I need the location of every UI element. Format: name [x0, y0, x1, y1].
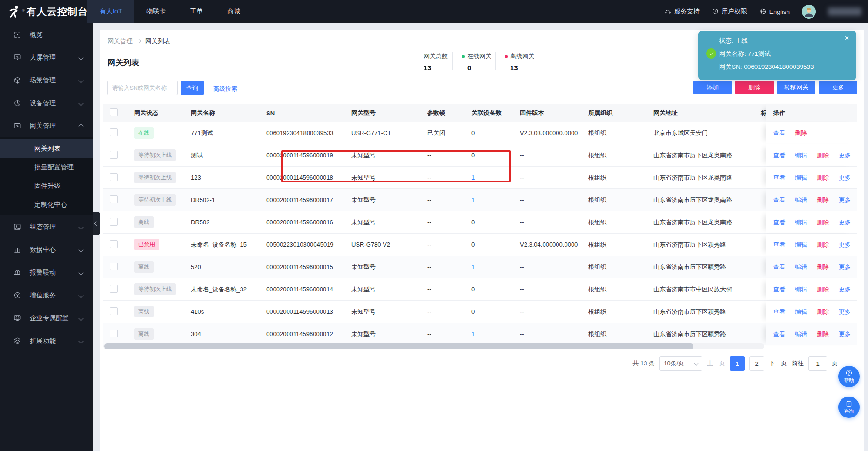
- top-tab-4[interactable]: 商城: [215, 0, 252, 23]
- op-delete-link[interactable]: 删除: [817, 285, 829, 294]
- next-page-button[interactable]: 下一页: [769, 359, 787, 368]
- row-checkbox[interactable]: [110, 263, 118, 270]
- top-tab-2[interactable]: 物联卡: [134, 0, 178, 23]
- sidebar-item-9[interactable]: 增值服务: [0, 284, 93, 307]
- op-delete-link[interactable]: 删除: [817, 151, 829, 160]
- op-edit-link[interactable]: 编辑: [795, 330, 807, 338]
- avatar[interactable]: [802, 5, 816, 19]
- op-view-link[interactable]: 查看: [773, 263, 785, 271]
- page-button-2[interactable]: 2: [749, 356, 764, 371]
- search-input[interactable]: [107, 81, 178, 95]
- sidebar-item-10[interactable]: 企业专属配置: [0, 307, 93, 330]
- op-delete-link[interactable]: 删除: [817, 174, 829, 182]
- op-view-link[interactable]: 查看: [773, 308, 785, 316]
- op-edit-link[interactable]: 编辑: [795, 196, 807, 204]
- sidebar-item-2[interactable]: 大屏管理: [0, 46, 93, 69]
- op-delete-link[interactable]: 删除: [817, 330, 829, 338]
- op-edit-link[interactable]: 编辑: [795, 308, 807, 316]
- device-count[interactable]: 1: [471, 330, 475, 337]
- sidebar-subitem-网关列表[interactable]: 网关列表: [0, 139, 93, 158]
- op-view-link[interactable]: 查看: [773, 151, 785, 160]
- op-more-link[interactable]: 更多: [839, 263, 851, 271]
- op-view-link[interactable]: 查看: [773, 174, 785, 182]
- op-delete-link[interactable]: 删除: [817, 308, 829, 316]
- sidebar-collapse-handle[interactable]: [93, 212, 100, 235]
- search-button[interactable]: 查询: [181, 81, 204, 95]
- op-edit-link[interactable]: 编辑: [795, 285, 807, 294]
- op-more-link[interactable]: 更多: [839, 285, 851, 294]
- sidebar-item-4[interactable]: 设备管理: [0, 92, 93, 114]
- row-checkbox[interactable]: [110, 128, 118, 136]
- op-view-link[interactable]: 查看: [773, 330, 785, 338]
- op-more-link[interactable]: 更多: [839, 196, 851, 204]
- row-checkbox[interactable]: [110, 330, 118, 337]
- sidebar-subitem-固件升级[interactable]: 固件升级: [0, 176, 93, 195]
- device-count[interactable]: 1: [471, 174, 475, 181]
- device-count[interactable]: 1: [471, 263, 475, 270]
- row-checkbox[interactable]: [110, 307, 118, 315]
- row-checkbox[interactable]: [110, 151, 118, 159]
- op-edit-link[interactable]: 编辑: [795, 218, 807, 227]
- row-checkbox[interactable]: [110, 173, 118, 181]
- op-delete-link[interactable]: 删除: [795, 129, 807, 137]
- row-checkbox[interactable]: [110, 218, 118, 226]
- op-edit-link[interactable]: 编辑: [795, 151, 807, 160]
- op-more-link[interactable]: 更多: [839, 174, 851, 182]
- sidebar-item-7[interactable]: 数据中心: [0, 238, 93, 261]
- device-count[interactable]: 1: [471, 196, 475, 203]
- top-tab-3[interactable]: 工单: [178, 0, 215, 23]
- op-delete-link[interactable]: 删除: [817, 241, 829, 249]
- op-view-link[interactable]: 查看: [773, 129, 785, 137]
- op-delete-link[interactable]: 删除: [817, 263, 829, 271]
- op-more-link[interactable]: 更多: [839, 308, 851, 316]
- gateway-name: 410s: [183, 308, 259, 315]
- prev-page-button[interactable]: 上一页: [707, 359, 725, 368]
- user-permissions[interactable]: 用户权限: [712, 7, 747, 16]
- op-delete-link[interactable]: 删除: [817, 218, 829, 227]
- sidebar-item-5[interactable]: 网关管理: [0, 114, 93, 137]
- row-checkbox[interactable]: [110, 240, 118, 248]
- service-support[interactable]: 服务支持: [664, 7, 700, 16]
- op-view-link[interactable]: 查看: [773, 285, 785, 294]
- op-more-link[interactable]: 更多: [839, 241, 851, 249]
- help-float-button[interactable]: 帮助: [838, 366, 860, 387]
- op-view-link[interactable]: 查看: [773, 196, 785, 204]
- sidebar-item-1[interactable]: 概览: [0, 23, 93, 46]
- op-more-link[interactable]: 更多: [839, 218, 851, 227]
- page-button-1[interactable]: 1: [730, 356, 745, 371]
- goto-page-input[interactable]: [808, 356, 827, 371]
- op-more-link[interactable]: 更多: [839, 330, 851, 338]
- action-button-添加[interactable]: 添加: [693, 81, 732, 94]
- op-edit-link[interactable]: 编辑: [795, 174, 807, 182]
- sidebar-subitem-批量配置管理[interactable]: 批量配置管理: [0, 158, 93, 176]
- action-button-更多[interactable]: 更多: [819, 81, 857, 94]
- sidebar-item-8[interactable]: 报警联动: [0, 261, 93, 284]
- sidebar-item-label: 概览: [30, 31, 43, 39]
- page-size-select[interactable]: 10条/页: [659, 356, 702, 371]
- row-checkbox[interactable]: [110, 195, 118, 203]
- top-tab-1[interactable]: 有人IoT: [87, 0, 134, 23]
- op-view-link[interactable]: 查看: [773, 218, 785, 227]
- sidebar: 概览大屏管理场景管理设备管理网关管理网关列表批量配置管理固件升级定制化中心组态管…: [0, 23, 93, 451]
- sidebar-item-3[interactable]: 场景管理: [0, 69, 93, 92]
- op-view-link[interactable]: 查看: [773, 241, 785, 249]
- op-edit-link[interactable]: 编辑: [795, 263, 807, 271]
- sidebar-subitem-定制化中心[interactable]: 定制化中心: [0, 195, 93, 214]
- row-checkbox[interactable]: [110, 285, 118, 293]
- op-edit-link[interactable]: 编辑: [795, 241, 807, 249]
- action-button-转移网关[interactable]: 转移网关: [777, 81, 815, 94]
- breadcrumb-parent[interactable]: 网关管理: [108, 37, 133, 46]
- language-switcher[interactable]: English: [759, 8, 790, 15]
- consult-float-button[interactable]: 咨询: [838, 397, 860, 418]
- sidebar-item-6[interactable]: 组态管理: [0, 215, 93, 238]
- op-delete-link[interactable]: 删除: [817, 196, 829, 204]
- select-all-checkbox[interactable]: [110, 108, 118, 116]
- organization: 根组织: [581, 263, 646, 271]
- horizontal-scrollbar-thumb[interactable]: [104, 343, 693, 349]
- horizontal-scrollbar-track[interactable]: [103, 343, 764, 349]
- advanced-search-link[interactable]: 高级搜索: [213, 85, 237, 93]
- op-more-link[interactable]: 更多: [839, 151, 851, 160]
- toast-close-icon[interactable]: ×: [845, 34, 849, 42]
- action-button-删除[interactable]: 删除: [735, 81, 774, 94]
- sidebar-item-11[interactable]: 扩展功能: [0, 330, 93, 352]
